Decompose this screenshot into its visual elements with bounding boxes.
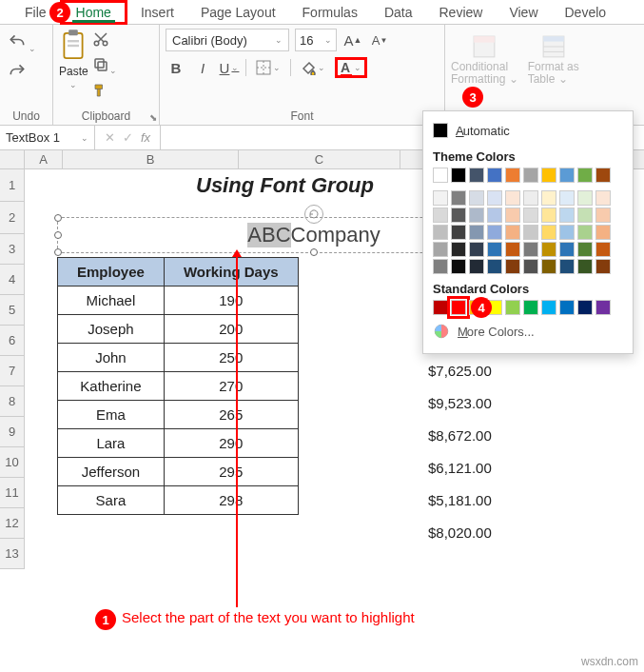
font-size-select[interactable]: 16⌄	[295, 29, 337, 51]
font-color-button[interactable]: A⌄	[335, 57, 367, 78]
cell-days[interactable]: 265	[164, 401, 298, 429]
color-swatch[interactable]	[577, 242, 593, 257]
color-swatch[interactable]	[577, 300, 593, 315]
decrease-font-button[interactable]: A▼	[369, 30, 390, 50]
color-swatch[interactable]	[523, 225, 538, 240]
color-swatch[interactable]	[469, 208, 484, 223]
color-swatch[interactable]	[541, 190, 556, 206]
fx-button[interactable]: fx	[141, 130, 150, 145]
font-name-select[interactable]: Calibri (Body)⌄	[166, 29, 289, 51]
cell-amount[interactable]: $6,121.00	[409, 451, 492, 484]
color-swatch[interactable]	[505, 300, 520, 315]
color-swatch[interactable]	[577, 225, 593, 240]
conditional-formatting-button[interactable]: ConditionalFormatting ⌄	[451, 32, 518, 86]
color-swatch[interactable]	[559, 168, 575, 183]
cut-button[interactable]	[92, 30, 117, 50]
color-swatch[interactable]	[433, 259, 448, 274]
cell-employee[interactable]: Lara	[58, 429, 165, 458]
color-swatch[interactable]	[595, 242, 611, 257]
underline-button[interactable]: U⌄	[219, 57, 240, 78]
cell-amount[interactable]: $9,523.00	[409, 386, 492, 420]
color-swatch[interactable]	[595, 300, 611, 315]
color-swatch[interactable]	[487, 242, 502, 257]
clipboard-launcher[interactable]: ⬊	[149, 112, 157, 123]
color-swatch[interactable]	[505, 190, 520, 206]
color-swatch[interactable]	[451, 190, 466, 206]
row-header[interactable]: 9	[0, 417, 25, 447]
row-header[interactable]: 3	[0, 234, 25, 265]
resize-handle[interactable]	[54, 248, 62, 256]
row-header[interactable]: 8	[0, 386, 25, 417]
menu-review[interactable]: Review	[426, 1, 497, 24]
redo-button[interactable]	[6, 62, 29, 84]
color-swatch[interactable]	[505, 259, 520, 274]
accept-formula-icon[interactable]: ✓	[123, 130, 133, 145]
row-header[interactable]: 7	[0, 356, 25, 386]
row-header[interactable]: 1	[0, 169, 25, 202]
color-swatch[interactable]	[451, 259, 466, 274]
color-swatch[interactable]	[523, 190, 538, 206]
cell-employee[interactable]: Jefferson	[58, 458, 165, 486]
format-as-table-button[interactable]: Format asTable ⌄	[528, 32, 579, 86]
row-header[interactable]: 13	[0, 539, 25, 569]
menu-view[interactable]: View	[496, 1, 551, 24]
menu-developer[interactable]: Develo	[552, 1, 620, 24]
col-header-a[interactable]: A	[25, 150, 63, 168]
color-swatch[interactable]	[595, 190, 611, 206]
color-swatch[interactable]	[541, 259, 556, 274]
cell-amount[interactable]: $8,672.00	[409, 419, 492, 452]
color-swatch[interactable]	[433, 300, 448, 315]
undo-button[interactable]: ⌄	[6, 32, 36, 54]
row-header[interactable]: 2	[0, 202, 25, 234]
menu-page-layout[interactable]: Page Layout	[187, 1, 289, 24]
increase-font-button[interactable]: A▲	[342, 30, 363, 50]
copy-button[interactable]: ⌄	[92, 56, 117, 76]
color-swatch[interactable]	[559, 242, 575, 257]
paste-button[interactable]: Paste ⌄	[59, 29, 88, 89]
fill-color-button[interactable]: ⌄	[297, 57, 329, 78]
color-swatch[interactable]	[595, 168, 611, 183]
color-swatch[interactable]	[541, 208, 556, 223]
cell-amount[interactable]: $5,181.00	[409, 484, 492, 517]
menu-formulas[interactable]: Formulas	[289, 1, 371, 24]
color-swatch[interactable]	[559, 190, 575, 206]
cell-employee[interactable]: Sara	[58, 486, 165, 515]
color-swatch[interactable]	[433, 242, 448, 257]
rotate-handle[interactable]	[304, 205, 323, 224]
color-swatch[interactable]	[469, 242, 484, 257]
color-swatch[interactable]	[451, 208, 466, 223]
color-swatch[interactable]	[451, 242, 466, 257]
color-swatch[interactable]	[523, 259, 538, 274]
color-swatch[interactable]	[559, 225, 575, 240]
row-header[interactable]: 5	[0, 295, 25, 326]
color-swatch[interactable]	[487, 225, 502, 240]
cell-days[interactable]: 190	[164, 287, 298, 315]
borders-button[interactable]: ⌄	[252, 57, 284, 78]
color-swatch[interactable]	[451, 168, 466, 183]
color-swatch[interactable]	[541, 225, 556, 240]
format-painter-button[interactable]	[92, 82, 117, 102]
color-swatch[interactable]	[469, 168, 484, 183]
color-swatch[interactable]	[433, 208, 448, 223]
color-swatch[interactable]	[559, 208, 575, 223]
color-swatch[interactable]	[559, 259, 575, 274]
col-header-c[interactable]: C	[239, 150, 400, 168]
color-swatch[interactable]	[487, 168, 502, 183]
cell-employee[interactable]: John	[58, 344, 165, 372]
more-colors-option[interactable]: More Colors...	[433, 317, 623, 346]
color-swatch[interactable]	[541, 168, 556, 183]
select-all-corner[interactable]	[0, 150, 25, 168]
color-swatch[interactable]	[469, 259, 484, 274]
cell-days[interactable]: 290	[164, 429, 298, 458]
color-swatch[interactable]	[523, 242, 538, 257]
color-swatch[interactable]	[523, 208, 538, 223]
color-swatch[interactable]	[541, 242, 556, 257]
color-swatch[interactable]	[541, 300, 556, 315]
col-header-b[interactable]: B	[63, 150, 239, 168]
color-swatch[interactable]	[487, 190, 502, 206]
cell-employee[interactable]: Michael	[58, 287, 165, 315]
cell-employee[interactable]: Katherine	[58, 372, 165, 401]
row-header[interactable]: 6	[0, 326, 25, 356]
color-swatch[interactable]	[451, 300, 466, 315]
row-header[interactable]: 12	[0, 508, 25, 539]
